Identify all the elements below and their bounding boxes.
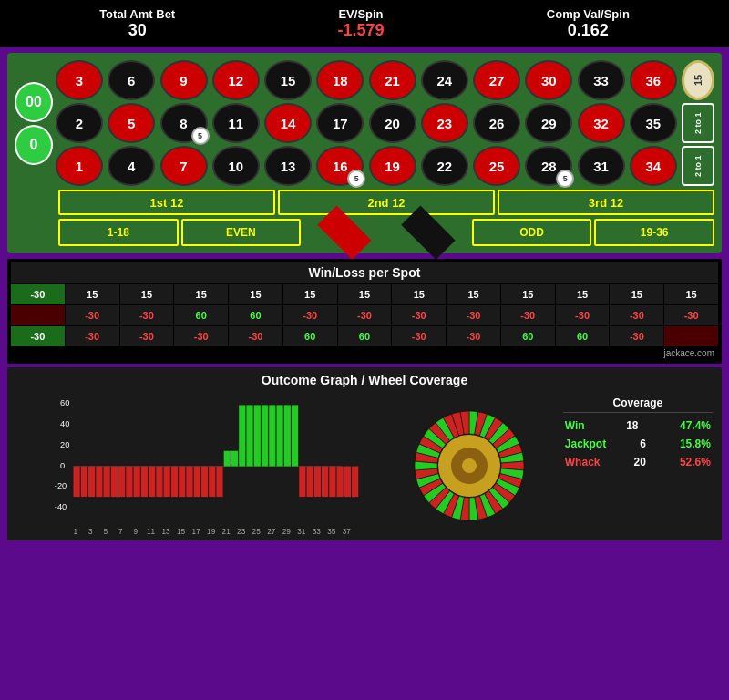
- num-cell-32[interactable]: 32: [578, 103, 625, 143]
- num-cell-15[interactable]: 15: [264, 60, 312, 100]
- num-cell-8[interactable]: 85: [160, 103, 208, 143]
- num-cell-31[interactable]: 31: [578, 146, 625, 186]
- bet-19-36[interactable]: 19-36: [594, 219, 714, 246]
- num-cell-16[interactable]: 165: [316, 146, 364, 186]
- wl-cell-r0-c10: 15: [556, 284, 610, 304]
- svg-text:21: 21: [222, 528, 231, 536]
- bet-1-18[interactable]: 1-18: [58, 219, 179, 246]
- win-pct: 47.4%: [680, 419, 711, 432]
- num-cell-26[interactable]: 26: [473, 103, 520, 143]
- zero-00[interactable]: 00: [15, 82, 53, 122]
- wl-cell-r1-c12: -30: [664, 305, 718, 325]
- wl-cell-r0-c11: 15: [610, 284, 663, 304]
- svg-rect-20: [171, 467, 178, 498]
- total-amt-bet-label: Total Amt Bet: [99, 7, 175, 21]
- num-cell-23[interactable]: 23: [421, 103, 468, 143]
- wl-cell-r0-c4: 15: [229, 284, 282, 304]
- svg-text:15: 15: [177, 528, 186, 536]
- outside-row: 1-18 EVEN ODD 19-36: [58, 219, 714, 246]
- num-cell-33[interactable]: 33: [578, 60, 625, 100]
- third-dozen[interactable]: 3rd 12: [498, 190, 714, 215]
- svg-rect-21: [179, 467, 185, 498]
- wl-cell-r0-c8: 15: [447, 284, 500, 304]
- wl-cell-r1-c9: -30: [501, 305, 555, 325]
- outcome-section: Outcome Graph / Wheel Coverage 60 40 20 …: [7, 367, 722, 540]
- svg-rect-10: [96, 467, 102, 498]
- chip-15: 15: [682, 60, 714, 100]
- svg-rect-27: [224, 451, 231, 467]
- svg-rect-31: [254, 405, 261, 466]
- svg-rect-35: [284, 405, 291, 466]
- num-cell-27[interactable]: 27: [473, 60, 520, 100]
- num-cell-2[interactable]: 2: [56, 103, 103, 143]
- wl-cell-r1-c0: [11, 305, 65, 325]
- svg-text:17: 17: [192, 528, 201, 536]
- wl-cell-r2-c0: -30: [11, 326, 65, 346]
- bar-chart-area: 60 40 20 0 -20 -40 1 3 5 7: [13, 393, 378, 539]
- num-cell-18[interactable]: 18: [316, 60, 364, 100]
- wl-cell-r2-c9: 60: [501, 326, 555, 346]
- wl-cell-r2-c12: [664, 326, 718, 346]
- num-cell-4[interactable]: 4: [108, 146, 155, 186]
- num-cell-34[interactable]: 34: [630, 146, 677, 186]
- wheel-area: [385, 393, 551, 539]
- wl-cell-r0-c5: 15: [283, 284, 337, 304]
- svg-rect-19: [164, 467, 170, 498]
- svg-text:29: 29: [282, 528, 292, 536]
- num-cell-11[interactable]: 11: [212, 103, 260, 143]
- num-cell-30[interactable]: 30: [525, 60, 572, 100]
- num-cell-21[interactable]: 21: [369, 60, 416, 100]
- wl-cell-r1-c8: -30: [447, 305, 500, 325]
- first-dozen[interactable]: 1st 12: [58, 190, 275, 215]
- svg-text:9: 9: [134, 528, 139, 536]
- svg-rect-9: [88, 467, 95, 498]
- wl-cell-r0-c6: 15: [338, 284, 392, 304]
- num-cell-28[interactable]: 285: [525, 146, 572, 186]
- num-cell-10[interactable]: 10: [212, 146, 260, 186]
- num-cell-6[interactable]: 6: [108, 60, 155, 100]
- svg-text:1: 1: [73, 528, 77, 536]
- svg-rect-12: [111, 467, 118, 498]
- num-cell-14[interactable]: 14: [264, 103, 312, 143]
- num-cell-35[interactable]: 35: [630, 103, 677, 143]
- bet-even[interactable]: EVEN: [181, 219, 302, 246]
- num-cell-25[interactable]: 25: [473, 146, 520, 186]
- num-cell-29[interactable]: 29: [525, 103, 572, 143]
- wl-cell-r0-c0: -30: [11, 284, 65, 304]
- num-cell-1[interactable]: 1: [56, 146, 103, 186]
- num-cell-13[interactable]: 13: [264, 146, 312, 186]
- svg-rect-39: [314, 467, 321, 498]
- num-cell-3[interactable]: 3: [56, 60, 103, 100]
- svg-rect-14: [126, 467, 132, 498]
- zero-0[interactable]: 0: [15, 125, 53, 165]
- num-cell-20[interactable]: 20: [369, 103, 416, 143]
- wl-cell-r2-c2: -30: [120, 326, 174, 346]
- two-to-one-top[interactable]: 2 to 1: [682, 103, 714, 143]
- svg-text:33: 33: [313, 528, 322, 536]
- svg-rect-30: [246, 405, 252, 466]
- svg-rect-37: [299, 467, 305, 498]
- num-cell-24[interactable]: 24: [421, 60, 468, 100]
- svg-rect-32: [262, 405, 268, 466]
- svg-text:31: 31: [297, 528, 306, 536]
- num-cell-9[interactable]: 9: [160, 60, 208, 100]
- svg-text:5: 5: [104, 528, 108, 536]
- svg-text:60: 60: [60, 398, 69, 407]
- svg-rect-44: [352, 467, 358, 498]
- wl-cell-r0-c7: 15: [392, 284, 446, 304]
- num-cell-7[interactable]: 7: [160, 146, 208, 186]
- bet-odd[interactable]: ODD: [472, 219, 592, 246]
- header-stats: Total Amt Bet 30 EV/Spin -1.579 Comp Val…: [0, 0, 729, 47]
- svg-text:23: 23: [237, 528, 246, 536]
- outcome-title: Outcome Graph / Wheel Coverage: [13, 373, 716, 387]
- comp-val-block: Comp Val/Spin 0.162: [547, 7, 630, 40]
- num-cell-5[interactable]: 5: [108, 103, 155, 143]
- wl-cell-r0-c3: 15: [174, 284, 228, 304]
- num-cell-17[interactable]: 17: [316, 103, 364, 143]
- two-to-one-bottom[interactable]: 2 to 1: [682, 146, 714, 186]
- num-cell-12[interactable]: 12: [212, 60, 260, 100]
- num-cell-22[interactable]: 22: [421, 146, 468, 186]
- num-cell-19[interactable]: 19: [369, 146, 416, 186]
- num-cell-36[interactable]: 36: [630, 60, 677, 100]
- second-dozen[interactable]: 2nd 12: [278, 190, 495, 215]
